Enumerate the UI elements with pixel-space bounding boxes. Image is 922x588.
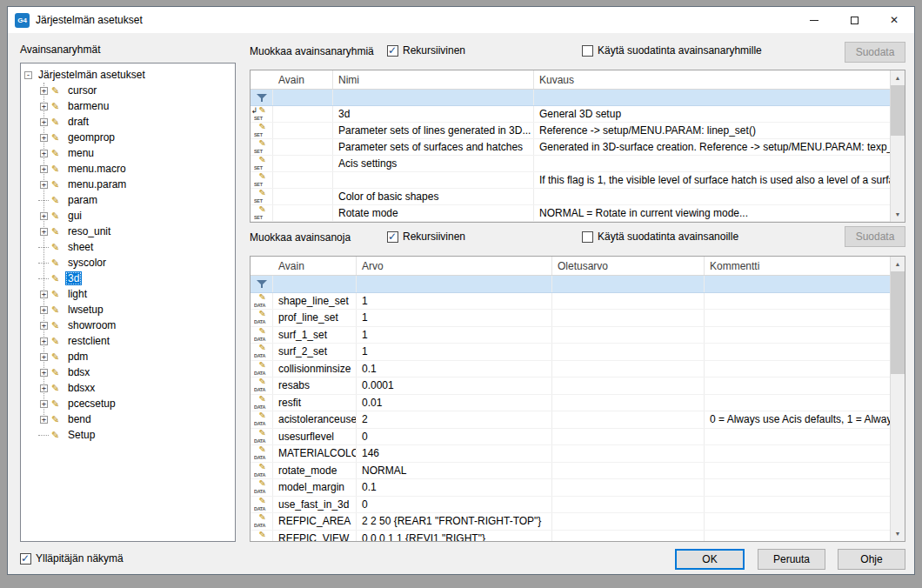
column-header-avain[interactable]: Avain: [251, 257, 357, 275]
column-header-kommentti[interactable]: Kommentti: [705, 257, 890, 275]
tree-expand-icon[interactable]: +: [40, 212, 48, 220]
table-row[interactable]: ✎DATAMATERIALCOLOR146: [251, 445, 890, 463]
tree-item-cursor[interactable]: +✎cursor: [21, 83, 235, 98]
tree-expand-icon[interactable]: +: [40, 306, 48, 314]
tree-expand-icon[interactable]: +: [40, 369, 48, 377]
tree-item-pcecsetup[interactable]: +✎pcecsetup: [21, 396, 235, 411]
use-filter-groups-checkbox[interactable]: Käytä suodatinta avainsanaryhmille: [582, 43, 762, 57]
table-row[interactable]: ✎DATAresabs0.0001: [251, 378, 890, 395]
tree-item-sheet[interactable]: ✎sheet: [21, 239, 235, 255]
tree-item-setup[interactable]: ✎Setup: [21, 427, 235, 443]
tree-item-showroom[interactable]: +✎showroom: [21, 317, 235, 333]
column-header-kuvaus[interactable]: Kuvaus: [534, 70, 890, 89]
maximize-button[interactable]: [834, 7, 874, 33]
filter-row[interactable]: [251, 90, 890, 106]
table-row[interactable]: ✎DATAuse_fast_in_3d0: [251, 497, 890, 514]
tree-item-gui[interactable]: +✎gui: [21, 208, 235, 224]
cell: collisionminsize: [273, 361, 357, 378]
ok-button[interactable]: OK: [675, 549, 745, 570]
tree-item-geomprop[interactable]: +✎geomprop: [21, 130, 235, 145]
column-header-avain[interactable]: Avain: [251, 70, 333, 89]
table-row[interactable]: ✎DATAcollisionminsize0.1: [251, 361, 890, 378]
minimize-button[interactable]: [794, 7, 834, 33]
table-row[interactable]: ✎DATAsurf_1_set1: [251, 327, 890, 344]
recursive-groups-checkbox[interactable]: Rekursiivinen: [387, 43, 465, 57]
tree-item-menu[interactable]: +✎menu: [21, 145, 235, 161]
table-row[interactable]: ✎DATAsurf_2_set1: [251, 344, 890, 361]
table-row[interactable]: ✎DATAmodel_margin0.1: [251, 479, 890, 497]
help-button[interactable]: Ohje: [838, 549, 905, 570]
table-row[interactable]: ✎DATAusesurflevel0: [251, 429, 890, 446]
tree-item-pdm[interactable]: +✎pdm: [21, 349, 235, 364]
tree-expand-icon[interactable]: +: [40, 400, 48, 408]
table-row[interactable]: ✎SETColor of basic shapes: [251, 189, 890, 205]
tree-expand-icon[interactable]: +: [40, 181, 48, 189]
groups-table-scrollbar[interactable]: ▲ ▼: [890, 70, 905, 222]
cell: shape_line_set: [273, 293, 357, 310]
use-filter-keywords-checkbox[interactable]: Käytä suodatinta avainsanoille: [582, 230, 738, 244]
scroll-up-icon[interactable]: ▲: [891, 70, 905, 85]
table-row[interactable]: ✎SETRotate modeNORMAL = Rotate in curren…: [251, 205, 890, 222]
tree-item-menu-macro[interactable]: +✎menu.macro: [21, 161, 235, 177]
tree-item-param[interactable]: ✎param: [21, 192, 235, 208]
table-row[interactable]: ↲✎SET3dGeneral 3D setup: [251, 106, 890, 123]
tree-item-reso-unit[interactable]: +✎reso_unit: [21, 224, 235, 239]
table-row[interactable]: ✎DATAacistoleranceused20 = Always use Ac…: [251, 411, 890, 429]
tree-item-draft[interactable]: +✎draft: [21, 114, 235, 130]
tree-expand-icon[interactable]: +: [40, 322, 48, 330]
tree-item-barmenu[interactable]: +✎barmenu: [21, 98, 235, 114]
table-row[interactable]: ✎DATAREFPIC_AREA2 2 50 {REAR1 "FRONT-RIG…: [251, 513, 890, 531]
tree-item-3d[interactable]: ✎3d: [21, 271, 235, 286]
tree-expand-icon[interactable]: +: [40, 118, 48, 126]
scrollbar-thumb[interactable]: [891, 85, 905, 136]
admin-view-checkbox[interactable]: Ylläpitäjän näkymä: [20, 551, 124, 565]
tree-expand-icon[interactable]: +: [40, 228, 48, 236]
tree-item-lwsetup[interactable]: +✎lwsetup: [21, 302, 235, 317]
table-row[interactable]: ✎SETParameter sets of lines generated in…: [251, 123, 890, 139]
tree-expand-icon[interactable]: +: [40, 87, 48, 95]
table-row[interactable]: ✎SETAcis settings: [251, 156, 890, 172]
tree-item-menu-param[interactable]: +✎menu.param: [21, 177, 235, 192]
filter-groups-button[interactable]: Suodata: [845, 42, 905, 63]
tree-expand-icon[interactable]: +: [40, 337, 48, 345]
table-row[interactable]: ✎DATArotate_modeNORMAL: [251, 463, 890, 480]
tree-collapse-icon[interactable]: -: [24, 71, 32, 79]
cancel-button[interactable]: Peruuta: [758, 549, 825, 570]
table-row[interactable]: ✎DATAshape_line_set1: [251, 293, 890, 311]
recursive-keywords-checkbox[interactable]: Rekursiivinen: [387, 230, 465, 244]
tree-expand-icon[interactable]: +: [40, 134, 48, 142]
tree-item-bdsx[interactable]: +✎bdsx: [21, 364, 235, 380]
tree-expand-icon[interactable]: +: [40, 150, 48, 157]
keywords-table-scrollbar[interactable]: ▲ ▼: [890, 257, 905, 541]
table-row[interactable]: ✎DATAREFPIC_VIEW0 0 0 1 1 {REVI1 "RIGHT"…: [251, 531, 890, 543]
table-row[interactable]: ✎DATAresfit0.01: [251, 395, 890, 412]
column-header-arvo[interactable]: Arvo: [357, 257, 552, 275]
scroll-down-icon[interactable]: ▼: [891, 526, 905, 541]
tree-item-root[interactable]: -Järjestelmän asetukset: [21, 67, 235, 83]
tree-expand-icon[interactable]: +: [40, 353, 48, 361]
tree-item-bend[interactable]: +✎bend: [21, 411, 235, 427]
scroll-up-icon[interactable]: ▲: [891, 257, 905, 271]
app-icon[interactable]: G4: [15, 13, 30, 28]
titlebar[interactable]: G4 Järjestelmän asetukset ✕: [8, 7, 914, 33]
keyword-groups-treebox[interactable]: -Järjestelmän asetukset+✎cursor+✎barmenu…: [20, 63, 236, 542]
tree-expand-icon[interactable]: +: [40, 384, 48, 392]
tree-item-light[interactable]: +✎light: [21, 286, 235, 302]
table-row[interactable]: ✎SETParameter sets of surfaces and hatch…: [251, 139, 890, 156]
tree-expand-icon[interactable]: +: [40, 103, 48, 110]
tree-item-syscolor[interactable]: ✎syscolor: [21, 255, 235, 271]
table-row[interactable]: ✎DATAprof_line_set1: [251, 310, 890, 327]
table-row[interactable]: ✎SETIf this flag is 1, the visible level…: [251, 172, 890, 189]
column-header-nimi[interactable]: Nimi: [333, 70, 534, 89]
tree-expand-icon[interactable]: +: [40, 291, 48, 298]
tree-item-bdsxx[interactable]: +✎bdsxx: [21, 380, 235, 396]
column-header-oletusarvo[interactable]: Oletusarvo: [552, 257, 705, 275]
tree-expand-icon[interactable]: +: [40, 165, 48, 173]
tree-expand-icon[interactable]: +: [40, 416, 48, 424]
filter-row[interactable]: [251, 276, 890, 293]
scrollbar-thumb[interactable]: [891, 271, 905, 374]
scroll-down-icon[interactable]: ▼: [891, 207, 905, 222]
close-button[interactable]: ✕: [874, 7, 914, 33]
filter-keywords-button[interactable]: Suodata: [845, 226, 905, 247]
tree-item-restclient[interactable]: +✎restclient: [21, 333, 235, 349]
